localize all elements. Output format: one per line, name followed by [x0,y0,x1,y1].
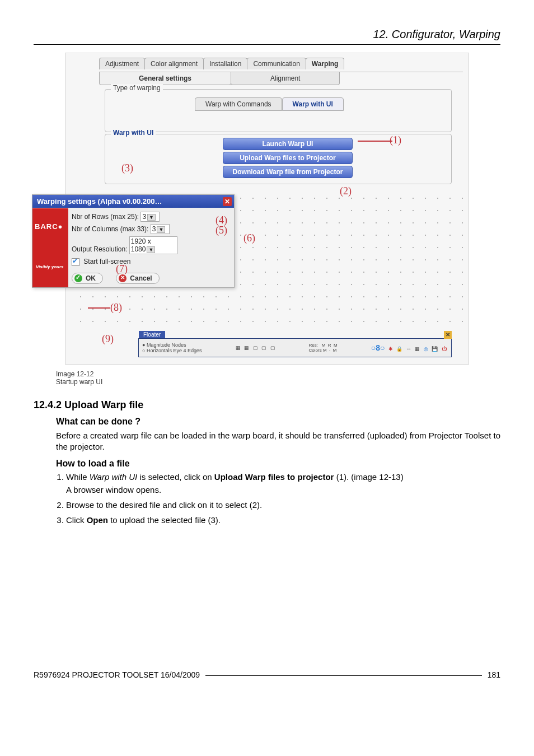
toolbar-icon[interactable]: ▢ [270,345,275,351]
warp-tab-row: Warp with Commands Warp with UI [195,97,344,111]
floater-body: ● Magnitude Nodes ○ Horizontals Eye 4 Ed… [139,339,451,357]
page-footer: R5976924 PROJECTOR TOOLSET 16/04/2009 18… [34,670,500,679]
step-3: Click Open to upload the selected file (… [66,515,500,525]
floater-mid-text: Res: M R M Colors M · M [309,343,338,353]
floater-close-button[interactable]: ✕ [444,331,452,339]
launch-warp-ui-button[interactable]: Launch Warp UI [223,138,353,150]
floater-label: Floater [139,331,165,338]
floater-toolbar: Floater ✕ ● Magnitude Nodes ○ Horizontal… [138,338,452,357]
chapter-title: 12. Configurator, Warping [34,28,500,41]
section-heading: 12.4.2 Upload Warp file [34,399,500,411]
download-warp-file-button[interactable]: Download Warp file from Projector [223,166,353,178]
resolution-label: Output Resolution: [72,245,127,253]
footer-left: R5976924 PROJECTOR TOOLSET 16/04/2009 [34,670,200,679]
step-2: Browse to the desired file and click on … [66,500,500,510]
figure-caption-text: Startup warp UI [56,378,500,386]
step-1: While Warp with UI is selected, click on… [66,472,500,494]
barco-tagline: Visibly yours [36,264,64,269]
rows-input[interactable]: 3 [140,212,160,222]
dialog-close-button[interactable]: ✕ [223,197,232,206]
grid-icon[interactable]: ▦ [415,346,420,352]
arrow-icon[interactable]: ↔ [406,346,411,352]
warp-tab-ui[interactable]: Warp with UI [282,97,344,111]
dialog-title: Warping settings (Alpha v0.00.200… [32,195,234,208]
warp-tab-commands[interactable]: Warp with Commands [195,97,282,111]
floater-icon-group-2: ○8○ ✱ 🔒 ↔ ▦ ◎ 💾 ⏻ [370,343,448,352]
figure-caption-number: Image 12-12 [56,370,500,378]
tab-adjustment[interactable]: Adjustment [99,58,145,69]
target-icon[interactable]: ◎ [424,346,428,352]
callout-3: (3) [121,162,133,174]
save-icon[interactable]: 💾 [432,346,438,352]
tab-installation[interactable]: Installation [203,58,247,69]
dialog-body: Nbr of Rows (max 25): 3 Nbr of Columns (… [72,212,231,268]
subtab-general-settings[interactable]: General settings [99,72,231,85]
power-icon[interactable]: ⏻ [442,346,447,352]
warping-settings-dialog: Warping settings (Alpha v0.00.200… ✕ BAR… [32,194,235,288]
barco-logo-text: BARC● [35,222,63,231]
callout-7: (7) [116,263,128,275]
callout-5: (5) [216,225,227,236]
close-icon [119,274,127,282]
floater-left-text: ● Magnitude Nodes ○ Horizontals Eye 4 Ed… [142,342,202,353]
upload-warp-files-button[interactable]: Upload Warp files to Projector [223,152,353,164]
barco-brand-panel: BARC● Visibly yours [32,208,68,287]
cols-label: Nbr of Columns (max 33): [72,225,148,233]
paragraph-what: Before a created warp file can be loaded… [56,430,500,453]
toolbar-icon[interactable]: ▢ [261,345,266,351]
gear-icon[interactable]: ✱ [388,346,393,352]
ok-button[interactable]: OK [72,273,103,284]
subtab-alignment[interactable]: Alignment [231,72,340,85]
start-fullscreen-checkbox[interactable] [72,258,79,266]
callout-1-line [358,141,392,142]
figure-screenshot: Adjustment Color alignment Installation … [65,53,469,365]
footer-page-number: 181 [488,670,500,679]
callout-6: (6) [243,232,255,244]
floater-icon-group: ▦ ▦ ▢ ▢ ▢ [235,345,277,351]
sub-tab-row: General settings Alignment [99,72,463,85]
step-1-sub: A browser window opens. [66,485,500,494]
lock-icon[interactable]: 🔒 [396,346,402,352]
type-of-warping-title: Type of warping [111,84,163,92]
rows-label: Nbr of Rows (max 25): [72,213,139,221]
callout-8-line [88,307,110,309]
toolbar-icon[interactable]: ▢ [253,345,258,351]
callout-8: (8) [110,302,122,314]
callout-9: (9) [102,333,114,345]
cols-input[interactable]: 3 [151,224,170,234]
type-of-warping-box: Type of warping Warp with Commands Warp … [105,89,452,132]
sub-heading-how: How to load a file [56,459,500,469]
header-rule [34,44,500,45]
toolbar-icon[interactable]: ▦ [236,345,241,351]
toolbar-icon[interactable]: ▦ [244,345,249,351]
footer-rule [205,675,482,676]
resolution-input[interactable]: 1920 x 1080 [129,236,177,254]
tab-communication[interactable]: Communication [247,58,306,69]
tab-color-alignment[interactable]: Color alignment [144,58,204,69]
steps-list: While Warp with UI is selected, click on… [56,472,500,525]
top-tab-row: Adjustment Color alignment Installation … [99,58,344,69]
tab-warping[interactable]: Warping [306,58,345,69]
check-icon [74,274,82,282]
o8o-icon[interactable]: ○8○ [371,343,385,352]
sub-heading-what: What can be done ? [56,417,500,427]
warp-with-ui-title: Warp with UI [111,129,156,137]
